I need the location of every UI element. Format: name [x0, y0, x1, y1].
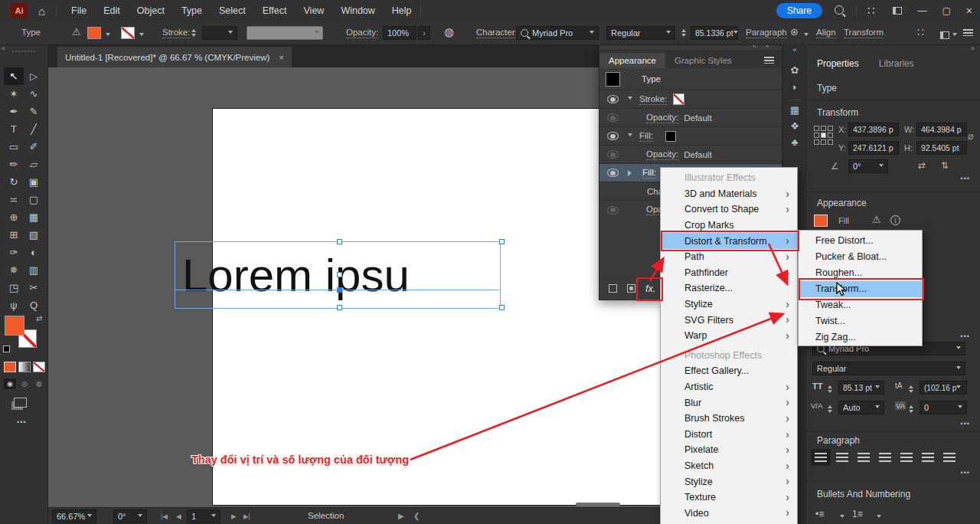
menu-item-effect-gallery[interactable]: Effect Gallery... — [661, 363, 797, 379]
status-play-icon[interactable]: ▶ — [398, 512, 404, 520]
workspace-grid-icon[interactable]: ∷ — [917, 26, 924, 38]
dock-panel-dropdown-icon[interactable] — [952, 33, 957, 38]
previous-artboard-icon[interactable]: ◀ — [176, 513, 181, 520]
curvature-tool[interactable]: ✎ — [24, 103, 44, 120]
submenu-item-tweak[interactable]: Tweak... — [799, 297, 922, 313]
menu-item-distort[interactable]: Distort — [661, 427, 797, 443]
gradient-panel-icon[interactable]: ◗ — [783, 81, 806, 93]
leading-stepper[interactable] — [909, 383, 913, 395]
submenu-item-zigzag[interactable]: Zig Zag... — [799, 329, 922, 345]
visibility-eye-icon[interactable] — [607, 169, 619, 177]
opacity-field[interactable]: 100% — [383, 26, 416, 40]
document-close-icon[interactable]: × — [279, 53, 283, 62]
scale-tool[interactable]: ▣ — [24, 173, 44, 191]
shape-builder-tool[interactable]: ⊕ — [4, 208, 24, 226]
menu-window[interactable]: Window — [332, 5, 383, 16]
link-dimensions-icon[interactable]: ⌀ — [968, 130, 974, 142]
search-icon[interactable] — [822, 4, 856, 18]
bullet-list-dropdown-icon[interactable] — [840, 515, 844, 520]
default-fill-stroke-icon[interactable] — [3, 342, 10, 355]
visibility-eye-icon[interactable] — [607, 150, 619, 159]
screen-mode-icon[interactable] — [14, 397, 27, 411]
gradient-tool[interactable]: ▧ — [24, 226, 44, 244]
character-label[interactable]: Character: — [476, 28, 518, 38]
info-icon[interactable]: i — [890, 215, 900, 225]
swatches-panel-icon[interactable]: ▦ — [783, 104, 806, 116]
appearance-row-fill[interactable]: Fill: — [599, 127, 782, 146]
menu-item-crop-marks[interactable]: Crop Marks — [661, 218, 797, 234]
menu-item-pathfinder[interactable]: Pathfinder — [661, 265, 797, 281]
menu-type[interactable]: Type — [173, 5, 211, 16]
fill-dropdown-icon[interactable] — [106, 33, 110, 38]
selection-handle[interactable] — [499, 239, 505, 244]
fill-swatch[interactable] — [5, 316, 24, 336]
symbol-sprayer-tool[interactable]: ✵ — [4, 261, 24, 279]
width-tool[interactable]: ≍ — [4, 191, 24, 208]
menu-effect[interactable]: Effect — [254, 5, 296, 16]
app-logo-icon[interactable]: Ai — [11, 3, 28, 18]
eyedropper-tool[interactable]: ✑ — [4, 244, 24, 261]
menu-item-brush-strokes[interactable]: Brush Strokes — [661, 411, 797, 427]
first-artboard-icon[interactable]: |◀ — [161, 513, 168, 520]
tab-graphic-styles[interactable]: Graphic Styles — [665, 53, 741, 68]
fill-color-swatch[interactable] — [87, 27, 101, 39]
submenu-item-roughen[interactable]: Roughen... — [799, 265, 922, 281]
eraser-tool[interactable]: ▱ — [24, 156, 44, 173]
opacity-more-button[interactable]: › — [418, 26, 430, 40]
direct-selection-tool[interactable]: ▷ — [24, 67, 44, 85]
status-back-icon[interactable]: ❮ — [413, 512, 420, 520]
draw-behind-button[interactable]: ◎ — [18, 378, 31, 389]
menu-item-stylize-ps[interactable]: Stylize — [661, 473, 797, 490]
stroke-weight-stepper[interactable] — [191, 27, 196, 39]
column-graph-tool[interactable]: ▥ — [24, 261, 44, 279]
justify-center-button[interactable] — [897, 449, 916, 466]
menu-item-svg-filters[interactable]: SVG Filters — [661, 312, 797, 328]
glyph-panel-dropdown-icon[interactable] — [804, 33, 808, 38]
appearance-row-stroke[interactable]: Stroke: — [599, 90, 782, 109]
artboard-number-field[interactable]: 1 — [187, 509, 220, 523]
appearance-more-options[interactable]: ••• — [961, 332, 970, 340]
shaper-tool[interactable]: ✏ — [4, 156, 24, 173]
menu-item-distort-and-transform[interactable]: Distort & Transform — [661, 233, 797, 249]
y-field[interactable]: 247.6121 p — [848, 141, 899, 155]
rotate-tool[interactable]: ↻ — [4, 173, 24, 191]
symbols-panel-icon[interactable]: ♣ — [783, 136, 806, 148]
submenu-item-pucker-bloat[interactable]: Pucker & Bloat... — [799, 249, 922, 265]
selection-handle[interactable] — [337, 272, 342, 277]
glyph-panel-icon[interactable]: ⊛ — [790, 26, 799, 38]
mesh-tool[interactable]: ⊞ — [4, 226, 24, 244]
document-tab[interactable]: Untitled-1 [Recovered]* @ 66.67 % (CMYK/… — [57, 47, 292, 67]
dock-collapse-icon[interactable]: « — [783, 46, 806, 54]
menu-item-artistic[interactable]: Artistic — [661, 379, 797, 395]
gradient-mode-button[interactable] — [18, 362, 31, 372]
edit-toolbar-icon[interactable]: ••• — [17, 418, 26, 426]
numbered-list-icon[interactable]: 1≡ — [852, 509, 863, 519]
lasso-tool[interactable]: ∿ — [24, 85, 44, 103]
last-artboard-icon[interactable]: ▶| — [243, 513, 250, 520]
justify-right-button[interactable] — [918, 449, 938, 466]
menu-view[interactable]: View — [296, 5, 333, 16]
menu-edit[interactable]: Edit — [95, 5, 129, 16]
align-left-button[interactable] — [811, 449, 831, 466]
arrange-documents-icon[interactable] — [885, 4, 910, 18]
add-stroke-icon[interactable] — [609, 284, 617, 293]
appearance-fill-swatch[interactable] — [814, 215, 828, 227]
type-tool[interactable]: T — [4, 120, 24, 138]
appearance-row-stroke-opacity[interactable]: Opacity: Default — [599, 109, 782, 127]
dock-expand-icon[interactable]: » — [971, 44, 975, 52]
expand-icon[interactable] — [628, 97, 632, 102]
color-panel-icon[interactable]: ✿ — [783, 64, 806, 76]
menu-object[interactable]: Object — [129, 5, 173, 16]
pen-tool[interactable]: ✒ — [4, 103, 24, 120]
selection-anchor[interactable] — [337, 287, 342, 293]
x-field[interactable]: 437.3896 p — [848, 123, 899, 136]
share-button[interactable]: Share — [776, 3, 822, 18]
expand-icon[interactable] — [628, 170, 635, 176]
workspace-icon[interactable]: ∷ — [857, 4, 886, 18]
numbered-list-dropdown-icon[interactable] — [877, 515, 881, 520]
submenu-item-transform[interactable]: Transform... — [799, 281, 922, 297]
next-artboard-icon[interactable]: ▶ — [231, 513, 237, 520]
tracking-field[interactable]: 0 — [920, 401, 967, 414]
bullet-list-icon[interactable]: •≡ — [815, 509, 824, 519]
appearance-menu-icon[interactable] — [764, 57, 774, 64]
